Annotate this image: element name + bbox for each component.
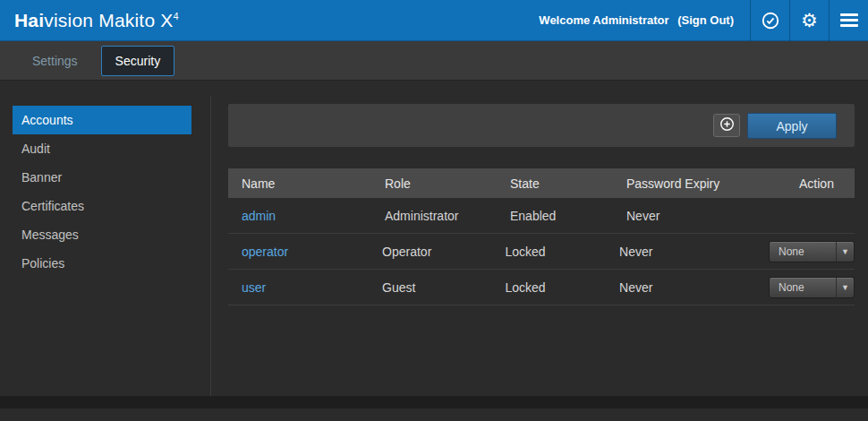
welcome-text: Welcome Administrator <box>539 13 668 27</box>
action-select-value: None <box>770 245 836 258</box>
sidebar-item-policies[interactable]: Policies <box>13 249 191 278</box>
tab-security[interactable]: Security <box>101 46 175 76</box>
tab-strip: Settings Security <box>0 41 868 81</box>
sidebar-item-audit[interactable]: Audit <box>13 134 191 163</box>
status-button[interactable] <box>750 0 789 41</box>
security-sidebar: Accounts Audit Banner Certificates Messa… <box>13 106 191 278</box>
tab-settings[interactable]: Settings <box>18 46 92 76</box>
content-area: Accounts Audit Banner Certificates Messa… <box>0 81 868 408</box>
menu-icon <box>840 13 858 27</box>
circle-plus-icon <box>719 116 735 135</box>
chevron-down-icon: ▼ <box>836 278 854 297</box>
column-header-name: Name <box>228 176 385 191</box>
footer-band <box>0 396 868 408</box>
column-header-state: State <box>510 176 626 191</box>
accounts-table: Name Role State Password Expiry Action a… <box>228 168 855 305</box>
sidebar-item-banner[interactable]: Banner <box>13 163 191 192</box>
accounts-toolbar: Apply <box>228 104 855 147</box>
sidebar-item-accounts[interactable]: Accounts <box>13 106 191 134</box>
settings-button[interactable]: ⚙ <box>789 0 829 41</box>
table-header-row: Name Role State Password Expiry Action <box>228 168 855 198</box>
sidebar-item-messages[interactable]: Messages <box>13 220 191 249</box>
status-check-icon <box>761 11 780 30</box>
sidebar-divider <box>210 97 211 398</box>
action-cell: None ▼ <box>769 241 855 262</box>
role-cell: Administrator <box>385 209 510 223</box>
top-bar: Haivision Makito X4 Welcome Administrato… <box>0 0 868 41</box>
app-logo: Haivision Makito X4 <box>14 10 179 31</box>
account-link-admin[interactable]: admin <box>242 209 276 223</box>
brand-rest: vision Makito X <box>44 10 173 30</box>
expiry-cell: Never <box>619 280 769 295</box>
state-cell: Locked <box>506 245 620 259</box>
gear-icon: ⚙ <box>801 11 818 30</box>
action-select[interactable]: None ▼ <box>769 241 855 262</box>
column-header-role: Role <box>385 176 510 191</box>
sign-out-link[interactable]: (Sign Out) <box>677 13 734 27</box>
account-link-user[interactable]: user <box>242 280 266 295</box>
sidebar-item-certificates[interactable]: Certificates <box>13 192 191 220</box>
column-header-expiry: Password Expiry <box>626 176 779 191</box>
action-select[interactable]: None ▼ <box>769 277 855 298</box>
brand-bold: Hai <box>14 10 44 30</box>
apply-button[interactable]: Apply <box>747 113 837 139</box>
role-cell: Guest <box>382 280 505 295</box>
state-cell: Enabled <box>510 209 626 223</box>
brand-superscript: 4 <box>174 11 179 21</box>
table-row: user Guest Locked Never None ▼ <box>228 270 855 305</box>
column-header-action: Action <box>779 176 855 191</box>
table-row: operator Operator Locked Never None ▼ <box>228 234 855 270</box>
add-account-button[interactable] <box>713 114 740 137</box>
menu-button[interactable] <box>829 0 868 41</box>
action-cell: None ▼ <box>769 277 855 298</box>
state-cell: Locked <box>506 280 620 295</box>
role-cell: Operator <box>382 245 505 259</box>
expiry-cell: Never <box>626 209 779 223</box>
table-row: admin Administrator Enabled Never <box>228 198 855 234</box>
expiry-cell: Never <box>619 245 769 259</box>
chevron-down-icon: ▼ <box>836 242 854 262</box>
action-select-value: None <box>770 281 836 294</box>
welcome-area: Welcome Administrator (Sign Out) <box>539 13 734 27</box>
account-link-operator[interactable]: operator <box>242 245 288 259</box>
